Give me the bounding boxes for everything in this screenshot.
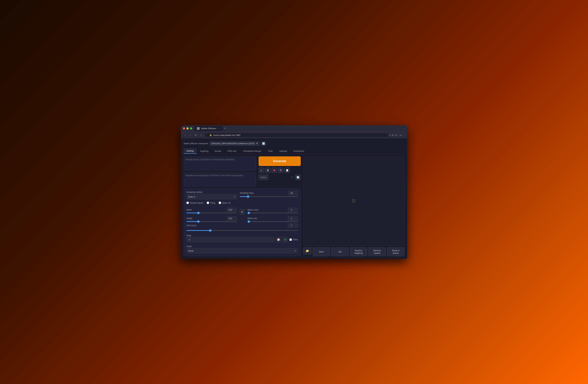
open-folder-button[interactable]: 📁 [303,247,312,255]
sampling-method-select[interactable]: Euler a [187,194,237,199]
seed-dice-button[interactable]: 🎲 [276,237,281,242]
batch-size-input[interactable] [288,216,298,220]
hires-fix-checkbox[interactable]: Hires. fix [219,202,231,204]
model-dropdown[interactable]: chilloutmix_NiPrunedFp32Fix.safetensors … [210,141,260,146]
prompts-column [184,156,256,187]
extensions-button[interactable]: ℹ [390,134,391,136]
copy-button[interactable]: ⧉ [278,167,284,173]
tab-close-button[interactable]: × [218,127,220,130]
height-input[interactable] [227,216,237,220]
seed-input[interactable] [187,237,274,242]
batch-size-slider[interactable] [248,221,298,222]
address-bar[interactable]: 🔒 home.madcodelife.me:7860 [205,133,388,137]
send-to-extras-button[interactable]: Send to extras [387,247,404,256]
trash-button[interactable]: 🗑 [265,167,271,173]
batch-count-input[interactable] [288,208,298,212]
record-icon: ⏺ [273,169,275,171]
tab-favicon-icon [197,127,200,130]
refresh-button[interactable]: ↻ [194,133,198,137]
script-select[interactable]: None [187,248,298,253]
cfg-scale-slider[interactable] [187,230,298,231]
send-to-img2img-button[interactable]: Send to img2img [350,247,367,256]
tab-extras[interactable]: Extras [212,148,224,154]
expand-button[interactable]: ↙ [258,167,264,173]
height-slider[interactable] [187,221,237,222]
height-batch-size-row: Height Batch size [187,216,298,222]
image-display-area: 🖼 [303,156,404,246]
negative-prompt-input[interactable] [185,174,254,184]
batch-count-slider[interactable] [248,213,298,213]
profile-button[interactable]: ● [400,134,402,136]
generate-button[interactable]: Generate [258,156,301,166]
model-refresh-button[interactable]: 🔄 [261,141,266,146]
width-input[interactable] [227,208,237,212]
cfg-scale-input[interactable] [288,224,298,228]
restore-faces-checkbox[interactable]: Restore faces [187,202,203,204]
tiling-input[interactable] [207,202,209,204]
extra-input[interactable] [290,238,292,241]
styles-select[interactable]: Styles [258,174,268,180]
extra-label: Extra [293,238,298,241]
zip-button[interactable]: Zip [331,247,349,256]
tiling-label: Tiling [210,202,215,204]
batch-size-group: Batch size [248,216,298,222]
app-content: Stable Diffusion checkpoint chilloutmix_… [181,138,407,259]
tab-train[interactable]: Train [265,148,276,154]
close-window-button[interactable] [183,127,185,129]
swap-dimensions-button[interactable]: ⇅ [239,209,245,215]
positive-prompt-area [184,156,256,171]
tab-checkpoint-merger[interactable]: Checkpoint Merger [240,148,264,154]
tab-extensions[interactable]: Extensions [291,148,307,154]
addressbar-actions: ℹ ★ ⊟ □ ● ⋮ [390,134,405,136]
tiling-checkbox[interactable]: Tiling [207,202,215,204]
save-button[interactable]: Save [313,247,330,256]
styles-row: Styles ▼ 🔄 [258,174,301,180]
sampling-steps-slider[interactable] [240,196,298,197]
batch-size-label: Batch size [248,217,257,219]
maximize-window-button[interactable] [190,127,192,129]
minimize-window-button[interactable] [187,127,189,129]
script-group: Script None ▼ [187,245,298,253]
tab-settings[interactable]: Settings [276,148,290,154]
cfg-scale-label: CFG Scale [187,224,196,227]
height-label: Height [187,217,192,219]
styles-refresh-button[interactable]: 🔄 [295,174,301,180]
model-selector-row: Stable Diffusion checkpoint chilloutmix_… [184,141,404,146]
forward-button[interactable]: › [188,133,192,137]
bookmark-button[interactable]: ★ [392,134,394,136]
paste-icon: 📋 [286,169,289,171]
addressbar: ‹ › ↻ ⌂ 🔒 home.madcodelife.me:7860 ℹ ★ ⊟… [181,132,407,138]
menu-button[interactable]: ⋮ [403,134,405,136]
window-menu-button[interactable]: ⌄ [403,127,405,130]
home-button[interactable]: ⌂ [199,133,203,137]
send-to-inpaint-button[interactable]: Send to inpaint [368,247,386,256]
back-button[interactable]: ‹ [183,133,187,137]
cast-button[interactable]: □ [398,134,399,136]
titlebar-controls: ⌄ [403,127,405,130]
browser-tab[interactable]: Stable Diffusion × [194,126,223,131]
width-batch-count-row: Width ⇅ Batch count [187,207,298,215]
tab-bar: Stable Diffusion × + [194,126,403,131]
sampling-method-label: Sampling method [187,191,237,193]
tab-search-button[interactable]: ⊟ [395,134,397,136]
url-text: home.madcodelife.me:7860 [213,134,240,136]
width-slider[interactable] [187,213,237,213]
tab-img2img[interactable]: img2img [197,148,211,154]
positive-prompt-input[interactable] [185,158,254,168]
paste-button[interactable]: 📋 [284,167,290,173]
settings-panel: Sampling method Euler a ▼ Sampling steps [184,188,301,256]
seed-recycle-button[interactable]: ♻ [283,237,288,242]
extra-checkbox[interactable]: Extra [290,238,298,241]
new-tab-button[interactable]: + [223,127,227,130]
sampling-steps-input[interactable] [288,191,298,195]
restore-faces-label: Restore faces [190,202,203,204]
tab-txt2img[interactable]: txt2img [184,148,197,154]
restore-faces-input[interactable] [187,202,189,204]
swap-icon: ⇅ [241,211,243,213]
record-button[interactable]: ⏺ [271,167,277,173]
script-label: Script [187,245,192,248]
hires-fix-input[interactable] [219,202,221,204]
sampling-steps-group: Sampling steps [240,191,298,199]
nav-tabs: txt2img img2img Extras PNG Info Checkpoi… [184,148,404,154]
tab-pnginfo[interactable]: PNG Info [224,148,239,154]
